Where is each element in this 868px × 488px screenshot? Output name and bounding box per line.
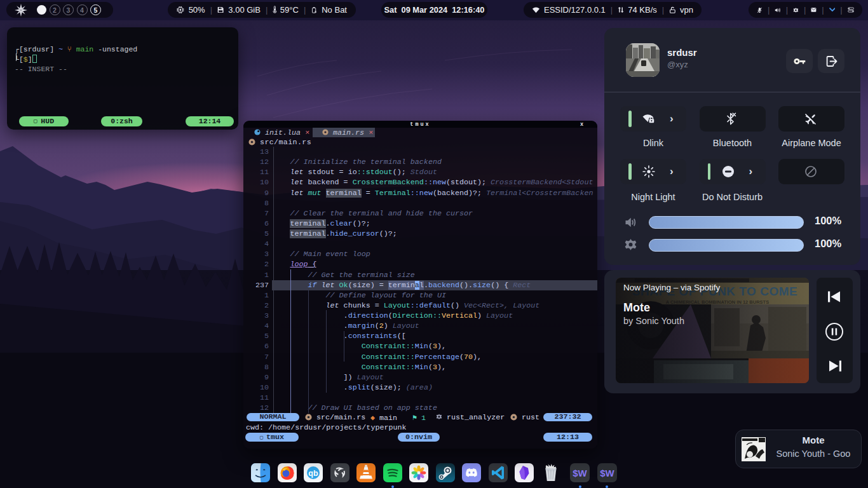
svg-text:$W: $W — [573, 468, 587, 478]
svg-text:qb: qb — [308, 469, 318, 478]
svg-text:$W: $W — [600, 468, 614, 478]
